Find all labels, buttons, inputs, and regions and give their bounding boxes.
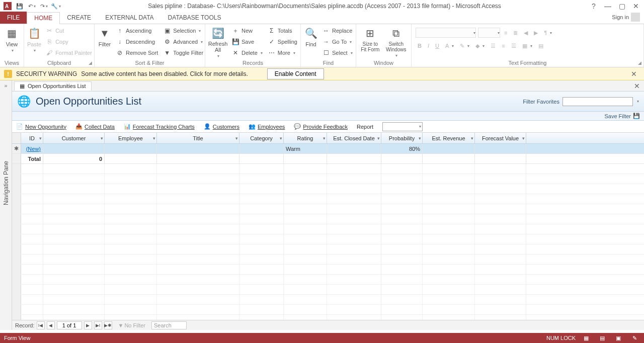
find-button[interactable]: 🔍 Find bbox=[303, 25, 319, 59]
alternate-row-button[interactable]: ▤ bbox=[536, 40, 545, 51]
row-selector[interactable] bbox=[12, 154, 21, 163]
document-tab[interactable]: ▦ Open Opportunities List bbox=[14, 81, 92, 91]
enable-content-button[interactable]: Enable Content bbox=[267, 68, 324, 79]
help-button[interactable]: ? bbox=[588, 1, 600, 11]
copy-button[interactable]: ⎘Copy bbox=[43, 36, 94, 47]
qat-custom-icon[interactable]: 🔧▾ bbox=[50, 1, 61, 12]
goto-button[interactable]: →Go To▾ bbox=[320, 36, 355, 47]
external-data-tab[interactable]: EXTERNAL DATA bbox=[98, 12, 160, 24]
col-employee[interactable]: Employee▾ bbox=[105, 133, 157, 143]
bullets-button[interactable]: ≡ bbox=[502, 27, 509, 38]
file-tab[interactable]: FILE bbox=[0, 12, 27, 24]
redo-icon[interactable]: ↷▾ bbox=[38, 1, 49, 12]
save-icon[interactable]: 💾 bbox=[14, 1, 25, 12]
clipboard-launcher[interactable]: ◢ bbox=[87, 60, 93, 66]
paste-button[interactable]: 📋 Paste ▾ bbox=[26, 25, 42, 59]
record-position-input[interactable] bbox=[57, 321, 82, 329]
gridlines-button[interactable]: ▦▾ bbox=[520, 40, 534, 51]
font-color-button[interactable]: A▾ bbox=[443, 40, 456, 51]
undo-icon[interactable]: ↶▾ bbox=[26, 1, 37, 12]
row-selector[interactable]: ✱ bbox=[12, 144, 21, 153]
last-record-button[interactable]: ▶I bbox=[94, 321, 102, 329]
cell-category[interactable] bbox=[239, 144, 284, 153]
cell-revenue[interactable] bbox=[423, 144, 475, 153]
col-revenue[interactable]: Est. Revenue▾ bbox=[423, 133, 475, 143]
no-filter-indicator[interactable]: ▼No Filter bbox=[118, 322, 145, 328]
next-record-button[interactable]: ▶ bbox=[84, 321, 92, 329]
filter-favorites-dropdown[interactable]: ▾ bbox=[637, 99, 639, 104]
new-opportunity-link[interactable]: 📄New Opportunity bbox=[16, 123, 66, 130]
security-close-button[interactable]: ✕ bbox=[628, 69, 640, 79]
col-closed-date[interactable]: Est. Closed Date▾ bbox=[327, 133, 381, 143]
view-button[interactable]: ▦ View ▾ bbox=[2, 25, 22, 59]
report-combo[interactable]: ▾ bbox=[382, 122, 423, 131]
switch-windows-button[interactable]: ⧉ Switch Windows▾ bbox=[383, 25, 409, 59]
new-record-row[interactable]: ✱ (New) Warm 80% bbox=[12, 144, 644, 154]
col-rating[interactable]: Rating▾ bbox=[284, 133, 327, 143]
cell-forecast[interactable] bbox=[475, 144, 526, 153]
totals-button[interactable]: ΣTotals bbox=[266, 25, 299, 36]
save-record-button[interactable]: 💾Save bbox=[229, 36, 265, 47]
delete-record-button[interactable]: ✕Delete▾ bbox=[229, 47, 265, 58]
collect-data-link[interactable]: 📥Collect Data bbox=[75, 123, 115, 130]
security-message[interactable]: Some active content has been disabled. C… bbox=[81, 70, 248, 77]
align-left-button[interactable]: ☰ bbox=[489, 40, 498, 51]
design-view-button[interactable]: ✎ bbox=[629, 334, 640, 342]
fill-color-button[interactable]: ◆▾ bbox=[473, 40, 487, 51]
cell-closed-date[interactable] bbox=[327, 144, 381, 153]
col-title[interactable]: Title▾ bbox=[157, 133, 239, 143]
size-to-fit-button[interactable]: ⊞ Size to Fit Form bbox=[358, 25, 382, 59]
select-all-button[interactable] bbox=[12, 133, 21, 143]
cut-button[interactable]: ✂Cut bbox=[43, 25, 94, 36]
expand-nav-button[interactable]: » bbox=[2, 80, 9, 91]
access-app-icon[interactable]: A bbox=[2, 1, 13, 12]
form-view-button[interactable]: ▦ bbox=[581, 334, 592, 342]
first-record-button[interactable]: I◀ bbox=[37, 321, 45, 329]
more-button[interactable]: ⋯More▾ bbox=[266, 47, 299, 58]
numbering-button[interactable]: ≣ bbox=[511, 27, 520, 38]
underline-button[interactable]: U bbox=[433, 40, 441, 51]
cell-probability[interactable]: 80% bbox=[381, 144, 423, 153]
spelling-button[interactable]: ✓Spelling bbox=[266, 36, 299, 47]
save-filter-link[interactable]: Save Filter bbox=[604, 113, 631, 119]
refresh-all-button[interactable]: 🔄 Refresh All▾ bbox=[207, 25, 228, 59]
selection-button[interactable]: ▣Selection▾ bbox=[161, 25, 205, 36]
employees-link[interactable]: 👥Employees bbox=[249, 123, 285, 130]
align-center-button[interactable]: ≡ bbox=[500, 40, 507, 51]
align-right-button[interactable]: ☰ bbox=[509, 40, 518, 51]
cell-customer[interactable] bbox=[43, 144, 105, 153]
cell-title[interactable] bbox=[157, 144, 239, 153]
prev-record-button[interactable]: ◀ bbox=[47, 321, 55, 329]
bold-button[interactable]: B bbox=[416, 40, 424, 51]
descending-button[interactable]: ↓Descending bbox=[114, 36, 160, 47]
advanced-button[interactable]: ⚙Advanced▾ bbox=[161, 36, 205, 47]
toggle-filter-button[interactable]: ▼Toggle Filter bbox=[161, 47, 205, 58]
cell-rating[interactable]: Warm bbox=[284, 144, 327, 153]
record-search-input[interactable] bbox=[151, 321, 187, 329]
maximize-button[interactable]: ▢ bbox=[616, 1, 628, 11]
minimize-button[interactable]: — bbox=[602, 1, 614, 11]
new-record-button[interactable]: ＋New bbox=[229, 25, 265, 36]
format-painter-button[interactable]: 🖌Format Painter bbox=[43, 47, 94, 58]
col-probability[interactable]: Probability▾ bbox=[381, 133, 423, 143]
highlight-button[interactable]: ✎▾ bbox=[458, 40, 471, 51]
sign-in-link[interactable]: Sign in bbox=[608, 11, 644, 24]
filter-button[interactable]: ▼ Filter bbox=[97, 25, 113, 59]
new-record-nav-button[interactable]: ▶✱ bbox=[104, 321, 112, 329]
navigation-pane-label[interactable]: Navigation Pane bbox=[3, 161, 10, 205]
customers-link[interactable]: 👤Customers bbox=[204, 123, 239, 130]
increase-indent-button[interactable]: ▶ bbox=[532, 27, 540, 38]
new-id-link[interactable]: (New) bbox=[26, 146, 41, 152]
italic-button[interactable]: I bbox=[426, 40, 431, 51]
create-tab[interactable]: CREATE bbox=[60, 12, 98, 24]
remove-sort-button[interactable]: ⊘Remove Sort bbox=[114, 47, 160, 58]
replace-button[interactable]: ↔Replace bbox=[320, 25, 355, 36]
font-size-combo[interactable]: ▾ bbox=[478, 28, 500, 38]
home-tab[interactable]: HOME bbox=[27, 12, 60, 24]
filter-favorites-combo[interactable] bbox=[562, 97, 633, 106]
col-id[interactable]: ID▾ bbox=[21, 133, 43, 143]
select-button[interactable]: ☐Select▾ bbox=[320, 47, 355, 58]
col-customer[interactable]: Customer▾ bbox=[43, 133, 105, 143]
text-direction-button[interactable]: ¶▾ bbox=[542, 27, 554, 38]
database-tools-tab[interactable]: DATABASE TOOLS bbox=[161, 12, 228, 24]
